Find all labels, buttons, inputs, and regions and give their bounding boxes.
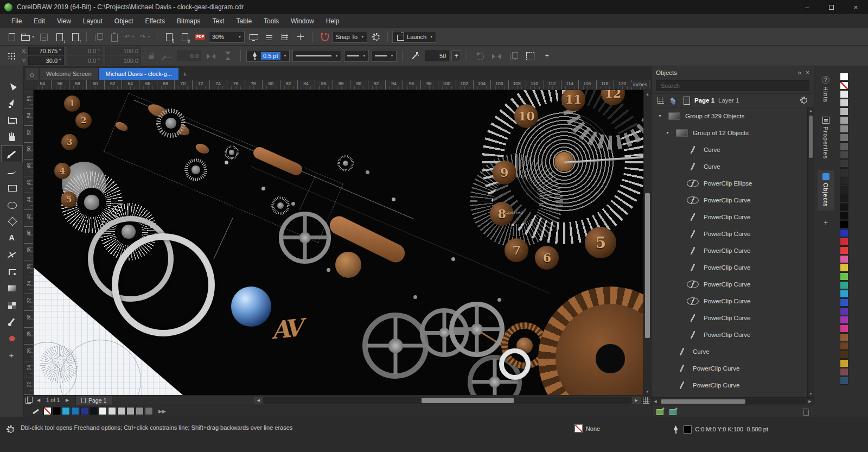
color-swatch[interactable] [840, 298, 848, 307]
pick-tool[interactable] [1, 78, 23, 95]
fullscreen-preview-button[interactable] [246, 30, 260, 44]
dimension-tool[interactable] [1, 246, 23, 263]
object-row[interactable]: PowerClip Curve [652, 309, 807, 326]
shape-tool[interactable] [1, 95, 23, 112]
color-swatch[interactable] [840, 377, 848, 385]
export-dialog-button[interactable]: ⇧ [177, 30, 192, 44]
freehand-tool[interactable] [1, 145, 23, 162]
object-row[interactable]: Curve [652, 343, 807, 360]
x-position-field[interactable]: 70.875 " [28, 47, 64, 55]
color-swatch[interactable] [840, 116, 848, 124]
rectangle-tool[interactable] [1, 179, 23, 196]
document-tab[interactable]: Welcome Screen [40, 68, 98, 80]
new-tab-button[interactable]: + [180, 68, 190, 80]
duplicate-button[interactable] [506, 49, 520, 63]
fill-indicator[interactable]: None [575, 424, 600, 432]
color-swatch[interactable] [840, 324, 848, 333]
visibility-grid-icon[interactable] [657, 97, 666, 104]
color-swatch[interactable] [840, 333, 848, 341]
snap-to-dropdown[interactable]: Snap To ▼ [333, 31, 367, 43]
color-swatch[interactable] [117, 407, 125, 415]
delete-button[interactable] [802, 408, 809, 415]
scroll-right-icon[interactable]: ▶ [806, 398, 814, 405]
object-row[interactable]: Group of 329 Objects [652, 107, 807, 124]
mirror-vertical-button[interactable] [221, 49, 235, 63]
object-row[interactable]: Curve [652, 158, 807, 175]
zoom-level-combo[interactable]: 30% ▼ [209, 31, 245, 43]
mesh-fill-tool[interactable] [1, 297, 23, 314]
customize-plus-button[interactable]: + [540, 49, 554, 63]
new-master-layer-button[interactable] [669, 408, 678, 415]
scroll-right-icon[interactable]: ▶ [632, 397, 641, 404]
object-width-field[interactable]: 0.0 " [67, 47, 103, 55]
page-border-toggle-button[interactable] [523, 49, 537, 63]
maximize-button[interactable] [819, 0, 844, 14]
object-row[interactable]: Group of 12 Objects [652, 124, 807, 141]
line-style-combo[interactable]: ▼ [292, 50, 341, 62]
color-swatch[interactable] [43, 407, 52, 415]
color-swatch[interactable] [840, 73, 848, 81]
horizontal-scroll-track[interactable] [263, 397, 631, 404]
next-page-button[interactable]: ▶ [62, 396, 72, 405]
interactive-fill-tool[interactable] [1, 280, 23, 297]
color-swatch[interactable] [108, 407, 116, 415]
object-row[interactable]: Curve [652, 141, 807, 158]
smoothing-field[interactable]: 50 [425, 50, 449, 61]
show-grid-button[interactable] [278, 30, 292, 44]
color-swatch[interactable] [840, 220, 848, 228]
menu-item[interactable]: View [51, 14, 77, 28]
scroll-left-icon[interactable]: ◀ [652, 398, 659, 405]
color-swatch[interactable] [840, 81, 848, 90]
connector-tool[interactable] [1, 263, 23, 280]
y-position-field[interactable]: 30.0 " [28, 56, 64, 65]
color-swatch[interactable] [840, 90, 848, 98]
paste-button[interactable] [107, 30, 121, 44]
vertical-ruler[interactable]: 565452504846444240383634323028262422 [24, 90, 34, 395]
page-tab[interactable]: Page 1 [75, 396, 112, 405]
tab-objects[interactable]: Objects [818, 170, 834, 210]
pan-grid-button[interactable] [641, 396, 651, 405]
vertical-scroll-thumb[interactable] [645, 193, 650, 338]
color-swatch[interactable] [840, 133, 848, 142]
arrow-start-combo[interactable]: ▼ [344, 50, 369, 62]
color-swatch[interactable] [840, 342, 848, 350]
tab-hints[interactable]: ? Hints [818, 73, 834, 106]
crop-tool[interactable] [1, 112, 23, 129]
scale-x-field[interactable]: 100.0 [105, 47, 141, 55]
document-tab[interactable]: Michael Davis - clock-g... [99, 68, 178, 80]
add-tool-button[interactable] [1, 347, 23, 364]
open-button[interactable]: ▼ [20, 30, 35, 44]
menu-item[interactable]: Table [230, 14, 258, 28]
menu-item[interactable]: Tools [258, 14, 285, 28]
show-guidelines-button[interactable] [293, 30, 308, 44]
scroll-down-icon[interactable]: ▼ [644, 387, 651, 395]
color-swatch[interactable] [840, 246, 848, 254]
objects-scroll-thumb[interactable] [809, 116, 813, 158]
options-gear-button[interactable] [369, 30, 383, 44]
color-swatch[interactable] [840, 194, 848, 202]
new-layer-button[interactable] [656, 408, 665, 415]
new-document-button[interactable] [4, 30, 18, 44]
expander-icon[interactable] [666, 131, 671, 135]
vertical-scrollbar[interactable]: ▲ ▼ [643, 90, 651, 395]
drawing-canvas[interactable]: AV [34, 90, 643, 395]
close-button[interactable]: × [844, 0, 868, 14]
menu-item[interactable]: Effects [139, 14, 171, 28]
ruler-origin-corner[interactable] [24, 80, 34, 90]
text-tool[interactable] [1, 230, 23, 246]
ellipse-tool[interactable] [1, 196, 23, 213]
menu-item[interactable]: Bitmaps [171, 14, 206, 28]
export-button[interactable]: ↑ [68, 30, 82, 44]
minimize-button[interactable]: – [795, 0, 819, 14]
menu-item[interactable]: File [5, 14, 28, 28]
horizontal-scrollbar[interactable]: ◀ ▶ [253, 397, 641, 404]
home-tab[interactable]: ⌂ [25, 68, 39, 80]
vertical-scroll-track[interactable] [644, 98, 651, 387]
objects-scroll-track[interactable] [808, 114, 814, 391]
color-swatch[interactable] [840, 99, 848, 107]
scroll-thumb[interactable] [661, 399, 745, 404]
color-swatch[interactable] [90, 407, 98, 415]
scroll-up-icon[interactable]: ▲ [644, 90, 651, 98]
object-row[interactable]: PowerClip Curve [652, 292, 807, 309]
menu-item[interactable]: Edit [28, 14, 51, 28]
